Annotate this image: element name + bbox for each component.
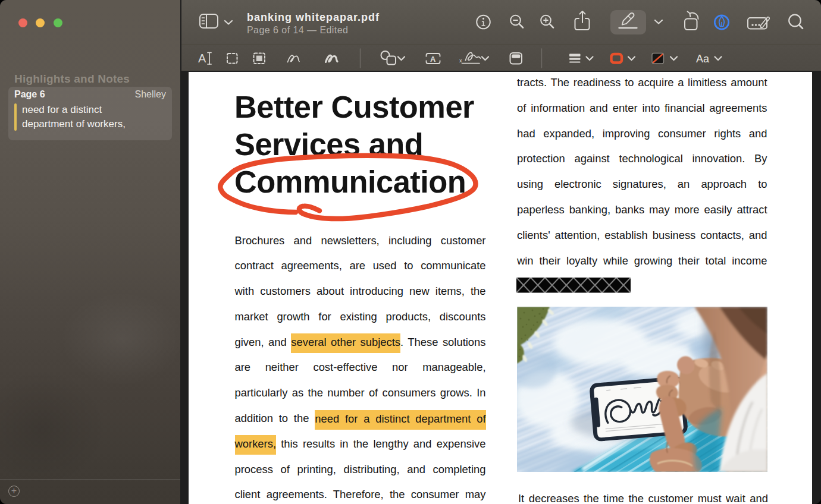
svg-text:Aa: Aa: [696, 53, 710, 65]
svg-text:A: A: [198, 52, 206, 65]
svg-text:x: x: [459, 58, 462, 64]
svg-text:A: A: [430, 55, 436, 64]
